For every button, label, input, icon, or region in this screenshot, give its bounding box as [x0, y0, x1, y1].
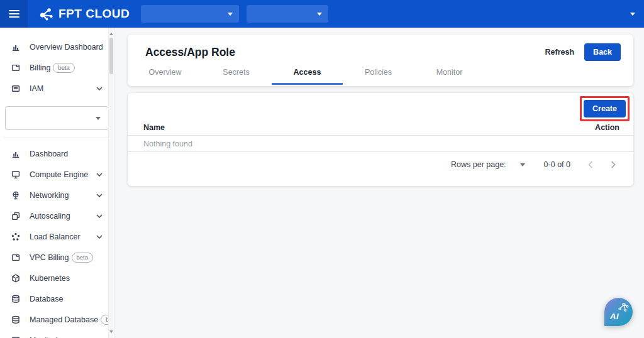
molecule-logo-icon — [38, 7, 54, 21]
caret-down-icon — [317, 13, 322, 18]
sidebar-item-label: Load Balancer — [30, 232, 80, 241]
sidebar-context-select[interactable] — [5, 106, 109, 130]
sidebar-item-label: Networking — [30, 191, 69, 200]
empty-state-text: Nothing found — [143, 139, 192, 148]
sidebar-item-label: Compute Engine — [30, 170, 88, 179]
sidebar-item-label: Database — [30, 295, 64, 303]
sidebar-item-label: Dashboard — [30, 150, 68, 158]
sidebar-item-compute-engine[interactable]: Compute Engine — [0, 164, 114, 185]
sidebar-item-label: VPC Billing — [30, 253, 69, 262]
sidebar-item-label: Kubernetes — [30, 274, 70, 283]
column-header-name: Name — [143, 123, 165, 132]
sidebar-item-label: Autoscaling — [30, 212, 70, 221]
scroll-down-icon[interactable] — [109, 330, 113, 335]
ai-label: AI — [610, 312, 619, 321]
page-header-card: Access/App Role Refresh Back Overview Se… — [128, 35, 633, 86]
pagination-range: 0-0 of 0 — [544, 160, 570, 169]
tab-policies[interactable]: Policies — [343, 68, 414, 85]
tab-bar: Overview Secrets Access Policies Monitor — [128, 68, 633, 85]
sidebar-scrollbar[interactable] — [108, 28, 114, 338]
sidebar-item-billing[interactable]: Billing beta — [0, 57, 114, 78]
id-card-icon — [11, 84, 21, 94]
layers-icon — [11, 211, 21, 221]
tab-access[interactable]: Access — [272, 68, 343, 85]
database-icon — [11, 294, 21, 304]
account-dropdown[interactable] — [630, 10, 635, 18]
chevron-down-icon — [96, 194, 103, 197]
rows-per-page-select[interactable] — [520, 163, 525, 169]
sidebar-item-database[interactable]: Database — [0, 288, 114, 309]
beta-badge: beta — [72, 253, 94, 263]
nodes-icon — [11, 232, 21, 242]
monitor-icon — [11, 335, 21, 338]
database-icon — [11, 315, 21, 325]
table-header-row: Name Action — [128, 119, 633, 136]
sidebar-item-load-balancer[interactable]: Load Balancer — [0, 226, 114, 247]
tab-secrets[interactable]: Secrets — [201, 68, 272, 85]
region-select[interactable] — [247, 5, 328, 23]
sidebar-item-managed-database[interactable]: Managed Database beta — [0, 309, 114, 330]
sidebar-item-label: Overview Dashboard — [30, 43, 103, 52]
caret-down-icon — [228, 13, 233, 18]
sidebar-item-monitoring[interactable]: Monitoring — [0, 330, 114, 338]
sidebar: Overview Dashboard Billing beta IAM — [0, 28, 114, 338]
pagination: Rows per page: 0-0 of 0 — [128, 155, 633, 175]
tab-overview[interactable]: Overview — [130, 68, 201, 85]
caret-down-icon — [630, 13, 635, 18]
chevron-down-icon — [96, 87, 103, 90]
bar-chart-icon — [11, 149, 21, 159]
sidebar-divider — [4, 138, 110, 138]
back-button[interactable]: Back — [584, 43, 621, 61]
previous-page-button[interactable] — [588, 161, 593, 168]
hamburger-menu-button[interactable] — [0, 0, 28, 28]
sidebar-item-vpc-billing[interactable]: VPC Billing beta — [0, 247, 114, 268]
cube-icon — [11, 273, 21, 283]
chevron-right-icon — [611, 161, 616, 168]
brand-name: FPT CLOUD — [58, 7, 130, 21]
refresh-button[interactable]: Refresh — [545, 48, 575, 57]
sidebar-item-networking[interactable]: Networking — [0, 185, 114, 205]
main-content: Access/App Role Refresh Back Overview Se… — [114, 28, 644, 338]
sidebar-item-overview-dashboard[interactable]: Overview Dashboard — [0, 36, 114, 57]
topbar: FPT CLOUD — [0, 0, 644, 28]
brand-logo: FPT CLOUD — [38, 7, 130, 21]
column-header-action: Action — [595, 123, 619, 132]
tab-monitor[interactable]: Monitor — [414, 68, 485, 85]
ai-assistant-button[interactable]: AI — [604, 298, 633, 326]
access-table-card: Create Name Action Nothing found Rows pe… — [128, 93, 633, 186]
next-page-button[interactable] — [611, 161, 616, 168]
chevron-down-icon — [96, 173, 103, 177]
page-title: Access/App Role — [145, 46, 235, 59]
sidebar-item-label: Managed Database — [30, 315, 98, 324]
caret-down-icon — [96, 117, 101, 123]
bar-chart-icon — [11, 42, 21, 52]
rows-per-page-label: Rows per page: — [451, 160, 506, 169]
sidebar-item-autoscaling[interactable]: Autoscaling — [0, 205, 114, 226]
scrollbar-thumb[interactable] — [109, 38, 113, 74]
create-button[interactable]: Create — [584, 100, 626, 117]
sidebar-item-iam[interactable]: IAM — [0, 78, 114, 99]
billing-folder-icon — [11, 253, 21, 263]
chevron-down-icon — [96, 235, 103, 239]
chevron-left-icon — [588, 161, 593, 168]
globe-network-icon — [11, 190, 21, 200]
scroll-up-icon[interactable] — [109, 31, 113, 35]
billing-folder-icon — [11, 63, 21, 73]
sidebar-item-dashboard[interactable]: Dashboard — [0, 143, 114, 164]
sidebar-item-label: Billing — [30, 63, 50, 72]
empty-state-row: Nothing found — [128, 136, 633, 152]
beta-badge: beta — [53, 63, 75, 73]
highlight-annotation: Create — [580, 96, 630, 121]
sidebar-item-kubernetes[interactable]: Kubernetes — [0, 268, 114, 288]
sidebar-item-label: IAM — [30, 84, 43, 93]
project-select[interactable] — [141, 5, 239, 23]
chevron-down-icon — [96, 214, 103, 218]
sidebar-item-label: Monitoring — [30, 336, 66, 338]
monitor-icon — [11, 170, 21, 180]
